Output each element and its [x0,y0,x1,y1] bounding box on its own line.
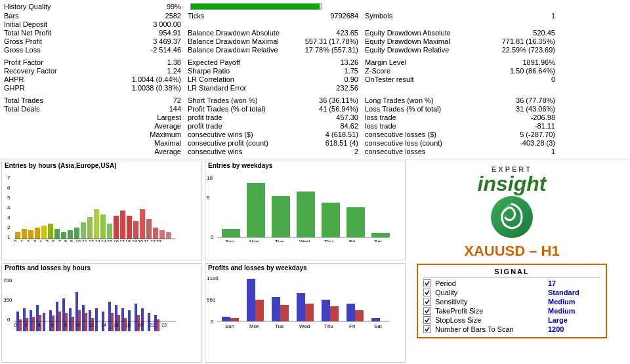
svg-rect-133 [222,317,230,321]
svg-rect-120 [346,207,365,237]
takeprofit-value: Medium [548,307,600,315]
takeprofit-label: TakeProfit Size [435,307,548,315]
xauusd-title: XAUUSD – H1 [464,243,559,260]
signal-row-stoploss: StopLoss Size Large [423,316,600,324]
period-checkbox[interactable] [423,279,431,287]
svg-rect-119 [322,203,340,237]
svg-text:0: 0 [14,239,16,242]
svg-text:22: 22 [150,323,155,327]
quality-bar-container [190,3,322,10]
stats-row-deals: Total Deals 144 Profit Trades (% of tota… [4,105,626,113]
svg-rect-142 [330,306,339,321]
stoploss-checkbox[interactable] [423,316,431,324]
svg-text:Fri: Fri [349,239,356,242]
svg-rect-135 [247,279,255,321]
svg-rect-94 [148,313,150,331]
stats-row-trades: Total Trades 72 Short Trades (won %) 36 … [4,96,626,104]
svg-text:10: 10 [75,239,81,242]
bars-scan-checkbox[interactable] [423,325,431,333]
svg-text:2: 2 [7,224,10,230]
stats-row-bars: Bars 2582 Ticks 9792684 Symbols 1 [4,12,626,20]
entries-by-hours-chart: Entries by hours (Asia,Europe,USA) 7 6 5… [1,161,202,260]
right-panel: EXPERT insight XAUUSD – H1 [407,159,617,364]
svg-rect-7 [15,232,20,239]
svg-text:350: 350 [3,297,12,303]
svg-text:7: 7 [58,239,61,242]
sensitivity-value: Medium [548,298,600,306]
entries-weekdays-chart: Entries by weekdays 18 9 0 [205,161,406,260]
svg-text:13: 13 [95,239,100,242]
svg-rect-115 [222,229,240,237]
signal-title: SIGNAL [423,268,600,277]
sensitivity-checkbox[interactable] [423,298,431,306]
svg-text:1100: 1100 [207,275,219,281]
signal-row-sensitivity: Sensitivity Medium [423,298,600,306]
entries-weekdays-title: Entries by weekdays [205,161,405,170]
bars-scan-label: Number of Bars To Scan [435,325,548,333]
svg-text:6: 6 [51,323,54,327]
takeprofit-checkbox[interactable] [423,307,431,315]
svg-rect-10 [35,228,40,239]
svg-text:1: 1 [20,239,23,242]
svg-text:18: 18 [125,323,131,327]
period-value: 17 [548,279,600,287]
svg-rect-11 [41,226,47,239]
svg-rect-86 [115,305,117,331]
svg-rect-22 [114,216,119,239]
svg-rect-63 [30,310,32,331]
signal-row-quality: Quality Standard [423,289,600,296]
svg-text:20: 20 [138,239,143,242]
svg-rect-21 [107,224,112,239]
pnl-weekdays-chart: Profits and losses by weekdays 1100 550 … [205,263,406,363]
svg-rect-136 [255,300,264,321]
stats-row-netprofit: Total Net Profit 954.91 Balance Drawdown… [4,29,626,37]
svg-text:23: 23 [161,323,167,327]
signal-row-period: Period 17 [423,279,600,287]
charts-area: Entries by hours (Asia,Europe,USA) 7 6 5… [0,159,630,364]
svg-rect-88 [121,308,124,331]
stats-row-max-cons-wins: Maximum consecutive wins ($) 4 (618.51) … [4,131,626,138]
signal-row-takeprofit: TakeProfit Size Medium [423,307,600,315]
stats-area: History Quality 99% Bars 2582 Ticks 9792… [0,0,630,159]
svg-text:12: 12 [89,239,94,242]
svg-text:6: 6 [7,185,10,191]
stats-row-largest: Largest profit trade 457.30 loss trade -… [4,113,626,121]
svg-text:0: 0 [211,234,214,240]
svg-text:19: 19 [132,239,137,242]
svg-text:9: 9 [70,239,73,242]
stats-row-deposit: Initial Deposit 3 000.00 [4,20,626,28]
insight-logo-svg [489,194,535,240]
svg-text:Tue: Tue [275,239,284,242]
svg-rect-8 [22,229,27,239]
pnl-hours-title: Profits and losses by hours [2,264,201,272]
svg-text:0: 0 [7,317,10,323]
svg-text:9: 9 [207,195,210,201]
insight-brand: insight [464,173,559,194]
svg-rect-16 [74,228,79,239]
svg-rect-93 [141,308,144,331]
quality-bar-fill [191,4,320,9]
entries-weekdays-svg: 18 9 0 [205,170,402,242]
svg-rect-15 [68,230,73,239]
svg-text:700: 700 [3,277,12,283]
sensitivity-label: Sensitivity [435,298,548,306]
svg-rect-80 [89,310,91,331]
svg-rect-137 [272,297,280,321]
stats-row-avg-trade: Average profit trade 84.62 loss trade -8… [4,122,626,130]
svg-text:12: 12 [89,323,94,327]
stats-row-grossprofit: Gross Profit 3 469.37 Balance Drawdown M… [4,37,626,45]
svg-text:5: 5 [46,239,49,242]
svg-rect-84 [108,302,111,331]
quality-checkbox[interactable] [423,289,431,296]
svg-text:14: 14 [101,239,106,242]
svg-text:8: 8 [64,239,67,242]
svg-text:17: 17 [119,239,125,242]
history-quality-value: 99% [109,3,188,10]
bars-scan-value: 1200 [548,325,600,333]
stats-row-pf: Profit Factor 1.38 Expected Payoff 13.26… [4,58,626,66]
svg-rect-145 [371,318,380,321]
svg-rect-9 [28,230,33,239]
svg-rect-116 [247,183,265,237]
svg-text:3: 3 [7,214,10,220]
svg-text:14: 14 [101,323,106,327]
